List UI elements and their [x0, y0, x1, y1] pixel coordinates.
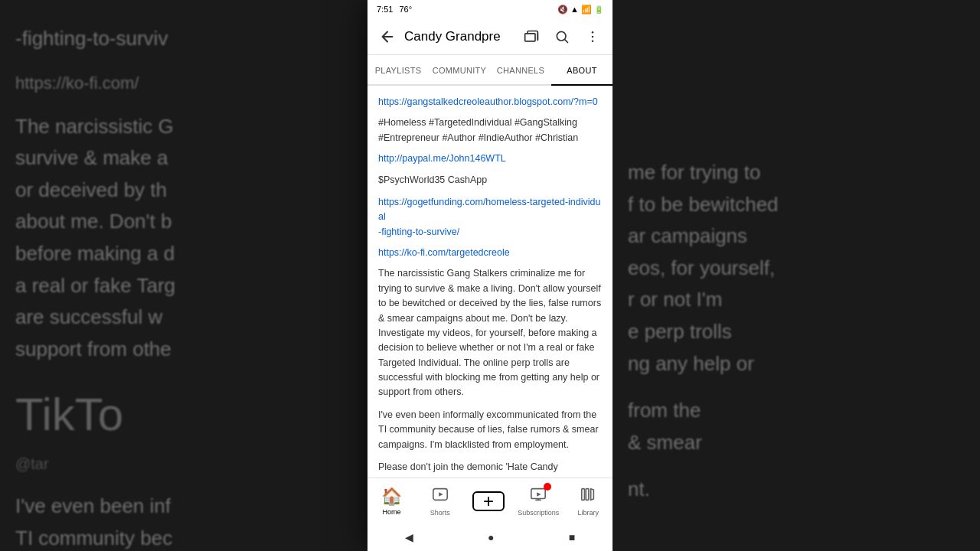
- toolbar: Candy Grandpre: [368, 18, 612, 55]
- home-icon: 🏠: [381, 487, 402, 507]
- signal-icon: 📶: [581, 5, 592, 15]
- cast-button[interactable]: [518, 23, 545, 51]
- paypal-link[interactable]: http://paypal.me/John146WTL: [378, 152, 602, 166]
- svg-point-3: [592, 35, 594, 37]
- subscriptions-icon: [530, 486, 547, 507]
- notification-badge: [544, 483, 551, 491]
- shorts-icon: [432, 486, 449, 507]
- cult-warning: Please don't join the demonic 'Hate Cand…: [378, 460, 602, 478]
- status-right: 🔇 ▲ 📶 🔋: [557, 5, 603, 15]
- tabs-bar: PLAYLISTS COMMUNITY CHANNELS ABOUT: [368, 55, 612, 86]
- plus-icon: +: [483, 492, 494, 510]
- bg-right-text: me for trying to f to be bewitched ar ca…: [612, 0, 858, 551]
- background-right: me for trying to f to be bewitched ar ca…: [612, 0, 858, 551]
- svg-point-1: [557, 31, 566, 41]
- shorts-label: Shorts: [430, 509, 450, 517]
- tab-playlists[interactable]: PLAYLISTS: [368, 57, 429, 86]
- bg-left-text: -fighting-to-surviv https://ko-fi.com/ T…: [0, 0, 368, 551]
- svg-point-4: [592, 40, 594, 42]
- tab-community[interactable]: COMMUNITY: [429, 57, 490, 86]
- main-paragraph: The narcissistic Gang Stalkers criminali…: [378, 266, 602, 399]
- sys-home-button[interactable]: ●: [488, 531, 494, 543]
- hashtags: #Homeless #TargetedIndividual #GangStalk…: [378, 116, 602, 145]
- mute-icon: 🔇: [557, 5, 568, 15]
- svg-rect-8: [586, 488, 590, 500]
- phone-frame: 7:51 76° 🔇 ▲ 📶 🔋 Candy Grandpre: [368, 0, 612, 551]
- status-left: 7:51 76°: [377, 5, 412, 14]
- svg-rect-0: [525, 33, 535, 41]
- kofi-link[interactable]: https://ko-fi.com/targetedcreole: [378, 246, 602, 260]
- status-bar: 7:51 76° 🔇 ▲ 📶 🔋: [368, 0, 612, 18]
- svg-point-2: [592, 31, 594, 33]
- wifi-icon: ▲: [570, 5, 579, 14]
- nav-library[interactable]: Library: [569, 486, 607, 517]
- library-icon: [580, 486, 596, 507]
- about-content[interactable]: https://gangstalkedcreoleauthor.blogspot…: [368, 86, 612, 478]
- status-time: 7:51: [377, 5, 393, 14]
- nav-shorts[interactable]: Shorts: [421, 486, 459, 517]
- sys-recents-button[interactable]: ■: [569, 531, 575, 543]
- battery-icon: 🔋: [594, 5, 603, 14]
- bottom-nav: 🏠 Home Shorts + Subscriptions Libra: [368, 478, 612, 523]
- status-temp: 76°: [399, 5, 412, 14]
- library-label: Library: [578, 509, 599, 517]
- toolbar-icons: [518, 23, 606, 51]
- search-button[interactable]: [548, 23, 576, 51]
- back-button[interactable]: [374, 23, 401, 51]
- excommunication-paragraph: I've even been informally excommunicated…: [378, 408, 602, 452]
- nav-subscriptions[interactable]: Subscriptions: [518, 486, 559, 517]
- create-button[interactable]: +: [472, 491, 505, 511]
- system-nav: ◀ ● ■: [368, 523, 612, 551]
- more-button[interactable]: [579, 23, 606, 51]
- background-left: -fighting-to-surviv https://ko-fi.com/ T…: [0, 0, 368, 551]
- nav-create[interactable]: +: [469, 491, 508, 511]
- home-label: Home: [383, 508, 401, 516]
- svg-rect-7: [582, 488, 585, 500]
- nav-home[interactable]: 🏠 Home: [373, 487, 411, 516]
- tab-about[interactable]: ABOUT: [551, 57, 612, 86]
- tab-channels[interactable]: CHANNELS: [490, 57, 551, 86]
- blog-link[interactable]: https://gangstalkedcreoleauthor.blogspot…: [378, 95, 602, 109]
- sys-back-button[interactable]: ◀: [405, 531, 413, 543]
- subscriptions-label: Subscriptions: [518, 509, 559, 517]
- channel-title: Candy Grandpre: [404, 29, 514, 44]
- cashapp-text: $PsychWorld35 CashApp: [378, 173, 602, 187]
- gofund-link[interactable]: https://gogetfunding.com/homeless-target…: [378, 195, 602, 240]
